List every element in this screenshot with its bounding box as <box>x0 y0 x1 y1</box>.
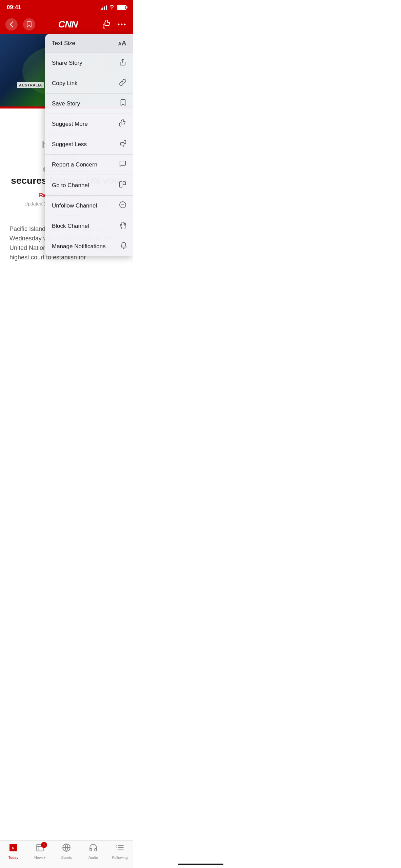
link-icon <box>119 79 126 88</box>
menu-item-text-size[interactable]: Text Size A A <box>45 34 133 53</box>
status-bar: 09:41 <box>0 0 133 15</box>
cnn-logo: CNN <box>35 19 101 30</box>
hand-icon <box>120 221 126 231</box>
thumbsdown-icon <box>119 140 126 149</box>
menu-item-go-to-channel[interactable]: Go to Channel <box>45 175 133 196</box>
save-story-label: Save Story <box>52 100 80 107</box>
menu-item-save-story[interactable]: Save Story <box>45 94 133 114</box>
text-size-label: Text Size <box>52 40 75 47</box>
menu-item-report-concern[interactable]: Report a Concern <box>45 155 133 175</box>
channel-icon <box>119 181 126 190</box>
block-channel-label: Block Channel <box>52 223 89 230</box>
menu-item-copy-link[interactable]: Copy Link <box>45 73 133 94</box>
nav-left <box>5 18 35 31</box>
share-icon <box>119 58 126 67</box>
nav-bar: CNN <box>0 15 133 34</box>
svg-point-0 <box>118 24 120 25</box>
svg-rect-5 <box>120 182 122 188</box>
more-button[interactable] <box>116 18 128 31</box>
australia-label: AUSTRALIA <box>17 82 44 88</box>
menu-item-suggest-less[interactable]: Suggest Less <box>45 134 133 155</box>
wifi-icon <box>109 5 115 11</box>
context-menu: Text Size A A Share Story Copy Link Save… <box>45 34 133 256</box>
menu-item-suggest-more[interactable]: Suggest More <box>45 114 133 134</box>
share-story-label: Share Story <box>52 60 82 66</box>
thumbsup-icon <box>119 119 126 129</box>
copy-link-label: Copy Link <box>52 80 78 87</box>
suggest-more-label: Suggest More <box>52 121 88 127</box>
report-concern-label: Report a Concern <box>52 161 97 168</box>
svg-point-2 <box>124 24 126 25</box>
report-icon <box>119 160 126 169</box>
svg-point-1 <box>121 24 123 25</box>
back-button[interactable] <box>5 18 18 31</box>
text-size-icon: A A <box>118 39 126 47</box>
menu-item-share-story[interactable]: Share Story <box>45 53 133 73</box>
minus-circle-icon <box>119 201 126 210</box>
svg-rect-6 <box>123 182 125 185</box>
unfollow-channel-label: Unfollow Channel <box>52 202 97 209</box>
go-to-channel-label: Go to Channel <box>52 182 89 189</box>
menu-item-block-channel[interactable]: Block Channel <box>45 216 133 236</box>
signal-bars-icon <box>101 5 107 10</box>
menu-item-manage-notifications[interactable]: Manage Notifications <box>45 236 133 256</box>
bell-icon <box>120 242 126 251</box>
bookmark-button[interactable] <box>23 18 35 31</box>
status-icons <box>101 5 126 11</box>
save-bookmark-icon <box>120 99 126 108</box>
battery-icon <box>117 5 126 10</box>
menu-item-unfollow-channel[interactable]: Unfollow Channel <box>45 196 133 216</box>
suggest-less-label: Suggest Less <box>52 141 87 148</box>
nav-right <box>101 18 128 31</box>
manage-notifications-label: Manage Notifications <box>52 243 106 250</box>
thumbs-up-button[interactable] <box>101 18 113 31</box>
status-time: 09:41 <box>7 4 21 11</box>
